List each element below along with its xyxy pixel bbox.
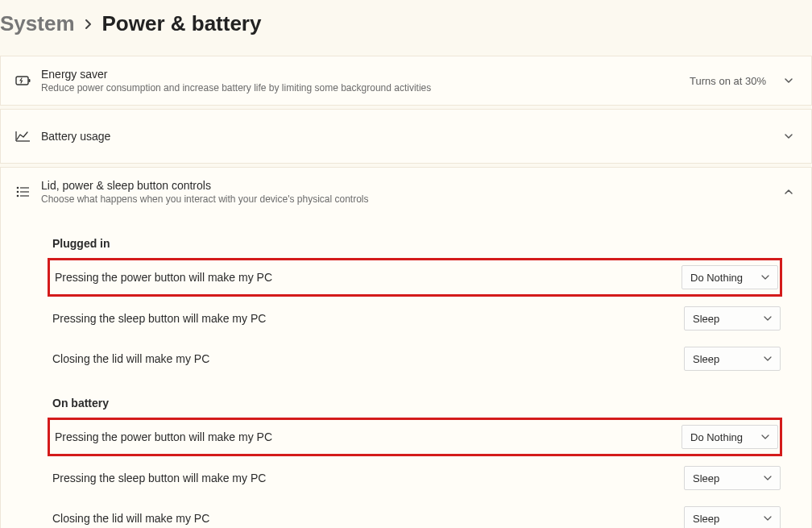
chevron-down-icon bbox=[764, 356, 772, 361]
setting-label: Closing the lid will make my PC bbox=[52, 512, 209, 525]
controls-icon bbox=[15, 185, 41, 198]
plugged-in-heading: Plugged in bbox=[1, 219, 811, 258]
breadcrumb-parent[interactable]: System bbox=[0, 11, 75, 36]
svg-point-6 bbox=[17, 195, 19, 197]
on-battery-heading: On battery bbox=[1, 379, 811, 418]
chevron-down-icon bbox=[761, 275, 769, 280]
lid-controls-header[interactable]: Lid, power & sleep button controls Choos… bbox=[1, 168, 811, 216]
on-battery-lid-row: Closing the lid will make my PC Sleep bbox=[1, 498, 811, 528]
svg-point-4 bbox=[17, 191, 19, 193]
setting-label: Pressing the sleep button will make my P… bbox=[52, 312, 266, 325]
battery-usage-card[interactable]: Battery usage bbox=[0, 109, 812, 164]
lid-controls-card: Lid, power & sleep button controls Choos… bbox=[0, 167, 812, 528]
svg-point-2 bbox=[17, 187, 19, 189]
chevron-down-icon bbox=[764, 516, 772, 521]
setting-label: Pressing the power button will make my P… bbox=[55, 430, 272, 443]
dropdown-value: Sleep bbox=[693, 353, 719, 365]
setting-label: Pressing the sleep button will make my P… bbox=[52, 472, 266, 484]
battery-usage-title: Battery usage bbox=[41, 130, 781, 143]
highlight-box: Pressing the power button will make my P… bbox=[48, 258, 782, 297]
setting-label: Pressing the power button will make my P… bbox=[55, 271, 272, 284]
lid-controls-desc: Choose what happens when you interact wi… bbox=[41, 193, 781, 205]
energy-saver-desc: Reduce power consumption and increase ba… bbox=[41, 82, 690, 94]
plugged-in-lid-row: Closing the lid will make my PC Sleep bbox=[1, 339, 811, 379]
dropdown-value: Sleep bbox=[693, 472, 719, 484]
on-battery-sleep-button-row: Pressing the sleep button will make my P… bbox=[1, 458, 811, 498]
chevron-down-icon bbox=[764, 316, 772, 321]
on-battery-power-button-row: Pressing the power button will make my P… bbox=[53, 425, 780, 449]
plugged-in-lid-dropdown[interactable]: Sleep bbox=[684, 347, 781, 371]
page-title: Power & battery bbox=[102, 11, 262, 36]
lid-controls-panel: Plugged in Pressing the power button wil… bbox=[1, 216, 811, 528]
chevron-down-icon bbox=[781, 74, 797, 87]
chevron-right-icon bbox=[85, 19, 93, 30]
breadcrumb: System Power & battery bbox=[0, 0, 812, 56]
plugged-in-power-button-row: Pressing the power button will make my P… bbox=[53, 265, 780, 289]
chevron-down-icon bbox=[781, 130, 797, 143]
energy-saver-icon bbox=[15, 75, 41, 86]
dropdown-value: Sleep bbox=[693, 513, 719, 525]
chevron-down-icon bbox=[761, 434, 769, 439]
energy-saver-status: Turns on at 30% bbox=[690, 75, 766, 87]
dropdown-value: Do Nothing bbox=[690, 272, 743, 284]
chevron-up-icon bbox=[781, 185, 797, 198]
energy-saver-card[interactable]: Energy saver Reduce power consumption an… bbox=[0, 56, 812, 106]
battery-usage-icon bbox=[15, 130, 41, 143]
lid-controls-title: Lid, power & sleep button controls bbox=[41, 179, 781, 192]
setting-label: Closing the lid will make my PC bbox=[52, 352, 209, 365]
plugged-in-sleep-button-dropdown[interactable]: Sleep bbox=[684, 306, 781, 331]
highlight-box: Pressing the power button will make my P… bbox=[48, 418, 782, 456]
plugged-in-power-button-dropdown[interactable]: Do Nothing bbox=[682, 265, 778, 289]
on-battery-sleep-button-dropdown[interactable]: Sleep bbox=[684, 466, 781, 490]
energy-saver-title: Energy saver bbox=[41, 68, 690, 81]
dropdown-value: Sleep bbox=[693, 313, 719, 325]
plugged-in-sleep-button-row: Pressing the sleep button will make my P… bbox=[1, 298, 811, 339]
chevron-down-icon bbox=[764, 476, 772, 480]
svg-rect-1 bbox=[29, 79, 31, 82]
on-battery-power-button-dropdown[interactable]: Do Nothing bbox=[682, 425, 778, 449]
dropdown-value: Do Nothing bbox=[690, 431, 743, 443]
on-battery-lid-dropdown[interactable]: Sleep bbox=[684, 506, 781, 528]
